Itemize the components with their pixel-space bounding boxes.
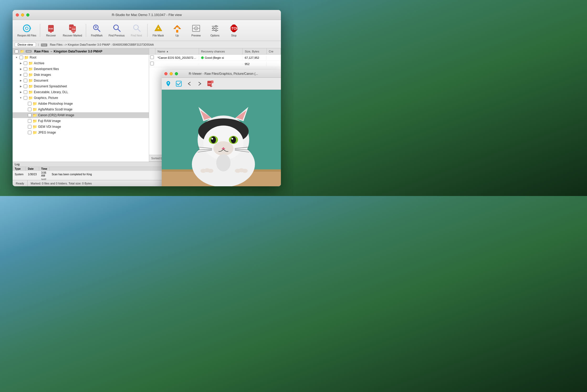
svg-rect-23 <box>176 30 178 33</box>
tree-item-jpeg[interactable]: 📁 JPEG Image <box>13 130 149 135</box>
folder-icon-executable: 📁 <box>28 90 33 94</box>
checkbox-document[interactable] <box>24 79 27 82</box>
toggle-development[interactable]: ▶ <box>19 68 23 70</box>
checkbox-archive[interactable] <box>24 61 27 65</box>
col-header-recovery[interactable]: Recovery chances <box>199 48 243 54</box>
window-title: R-Studio for Mac Demo 7.1.191047 - File … <box>112 13 182 17</box>
find-mark-button[interactable]: Find/Mark <box>88 21 106 40</box>
file-row-1-checkbox[interactable] <box>150 55 154 59</box>
toggle-root[interactable]: ▼ <box>15 56 18 59</box>
tree-item-graphics[interactable]: ▼ 📁 Graphics, Picture <box>13 95 149 101</box>
file-row-2-name <box>155 63 199 65</box>
rviewer-min[interactable] <box>170 72 173 75</box>
toggle-archive[interactable]: ▶ <box>19 62 23 65</box>
file-mask-button[interactable]: * File Mask <box>149 21 167 40</box>
tree-item-adobe[interactable]: 📁 Adobe Photoshop Image <box>13 101 149 107</box>
toggle-spreadsheet[interactable]: ▶ <box>19 85 23 88</box>
find-previous-button[interactable]: Find Previous <box>107 21 127 40</box>
toggle-executable[interactable]: ▶ <box>19 91 23 93</box>
toggle-document[interactable]: ▶ <box>19 79 23 82</box>
rviewer-close[interactable] <box>164 72 167 75</box>
file-row-1[interactable]: *Canon EOS 5DS_20150723_16523 Good (Begi… <box>149 55 281 61</box>
label-root: Root <box>30 56 36 59</box>
svg-text:STOP: STOP <box>229 26 239 30</box>
label-archive: Archive <box>34 61 44 65</box>
find-next-button[interactable]: Find Next <box>127 21 146 40</box>
checkbox-canon[interactable] <box>28 113 32 117</box>
checkbox-gem[interactable] <box>28 125 32 129</box>
options-button[interactable]: Options <box>206 21 224 40</box>
checkbox-development[interactable] <box>24 67 27 71</box>
folder-icon-jpeg: 📁 <box>33 130 37 135</box>
root-checkbox[interactable] <box>15 50 18 53</box>
folder-icon-document: 📁 <box>28 78 33 83</box>
rviewer-recover-btn[interactable]: RAW + <box>206 79 215 88</box>
rviewer-max[interactable] <box>175 72 178 75</box>
recover-button[interactable]: RAW Recover <box>42 21 60 40</box>
tree-item-disk-images[interactable]: ▶ 📁 Disk images <box>13 72 149 78</box>
up-button[interactable]: Up <box>168 21 186 40</box>
file-row-1-check[interactable] <box>149 55 155 60</box>
checkbox-disk[interactable] <box>24 73 27 77</box>
label-graphics: Graphics, Picture <box>34 96 58 100</box>
svg-point-57 <box>211 138 213 140</box>
tree-item-document-spreadsheet[interactable]: ▶ 📁 Document Spreadsheet <box>13 83 149 89</box>
toggle-disk[interactable]: ▶ <box>19 73 23 76</box>
tree-item-fuji[interactable]: 📁 Fuji RAW image <box>13 118 149 124</box>
col-header-created[interactable]: Cre <box>267 48 281 54</box>
raw-icon-nav: RAW <box>41 43 47 46</box>
rviewer-next-btn[interactable] <box>195 79 204 88</box>
checkbox-agfa[interactable] <box>28 108 32 111</box>
col-header-size[interactable]: Size, Bytes <box>243 48 267 54</box>
log-row-2-date: 1/30/23 <box>26 178 39 180</box>
recover-marked-button[interactable]: RAW RAW Recover Marked <box>61 21 84 40</box>
tree-item-agfa[interactable]: 📁 Agfa/Matrix Scodl Image <box>13 107 149 112</box>
checkbox-spreadsheet[interactable] <box>24 84 27 88</box>
minimize-button[interactable] <box>21 13 24 17</box>
tree-content[interactable]: ▼ 📁 Root ▶ 📁 Archive <box>13 55 149 162</box>
file-mask-icon: * <box>154 24 163 33</box>
log-row-1-time: 3:06 AM <box>39 171 49 178</box>
close-button[interactable] <box>16 13 19 17</box>
tree-item-archive[interactable]: ▶ 📁 Archive <box>13 60 149 66</box>
tree-item-document[interactable]: ▶ 📁 Document <box>13 78 149 83</box>
tree-item-executable[interactable]: ▶ 📁 Executable, Library, DLL <box>13 89 149 95</box>
tree-header-label: Raw Files → Kingston DataTraveler 3.0 PM… <box>34 50 102 53</box>
tree-item-canon[interactable]: 📁 Canon (CR2) RAW image <box>13 112 149 118</box>
tree-item-development[interactable]: ▶ 📁 Development files <box>13 66 149 72</box>
file-row-2-checkbox[interactable] <box>150 62 154 65</box>
svg-line-20 <box>138 29 140 31</box>
checkbox-jpeg[interactable] <box>28 131 32 134</box>
checkbox-executable[interactable] <box>24 90 27 94</box>
find-next-icon <box>132 24 141 33</box>
checkbox-root[interactable] <box>19 56 23 59</box>
preview-button[interactable]: Preview <box>187 21 205 40</box>
col-header-name[interactable]: Name ▲ <box>155 48 199 54</box>
stop-button[interactable]: STOP Stop <box>225 21 243 40</box>
label-canon: Canon (CR2) RAW image <box>38 113 74 117</box>
tree-item-root[interactable]: ▼ 📁 Root <box>13 55 149 60</box>
tree-item-gem[interactable]: 📁 GEM VDI Image <box>13 124 149 130</box>
log-row-1-type: System <box>13 171 26 178</box>
sep-3 <box>147 24 148 37</box>
rviewer-prev-btn[interactable] <box>185 79 194 88</box>
stop-label: Stop <box>231 34 237 37</box>
check-icon <box>176 81 182 87</box>
file-row-2-check[interactable] <box>149 62 155 66</box>
recover-icon: RAW <box>46 24 56 33</box>
svg-text:+: + <box>212 81 213 83</box>
toggle-graphics[interactable]: ▼ <box>19 97 23 99</box>
checkbox-adobe[interactable] <box>28 102 32 105</box>
checkbox-fuji[interactable] <box>28 119 32 123</box>
rviewer-check-btn[interactable] <box>174 79 183 88</box>
checkbox-graphics[interactable] <box>24 96 27 100</box>
prev-icon <box>187 81 192 86</box>
reopen-all-files-button[interactable]: Reopen All Files <box>15 21 38 40</box>
file-row-2[interactable]: 952 <box>149 61 281 67</box>
rviewer-location-btn[interactable] <box>164 79 173 88</box>
device-view-button[interactable]: Device view <box>15 42 36 47</box>
title-bar: R-Studio for Mac Demo 7.1.191047 - File … <box>13 10 281 20</box>
stop-icon: STOP <box>229 24 239 33</box>
status-dot-good <box>201 56 204 59</box>
maximize-button[interactable] <box>26 13 29 17</box>
